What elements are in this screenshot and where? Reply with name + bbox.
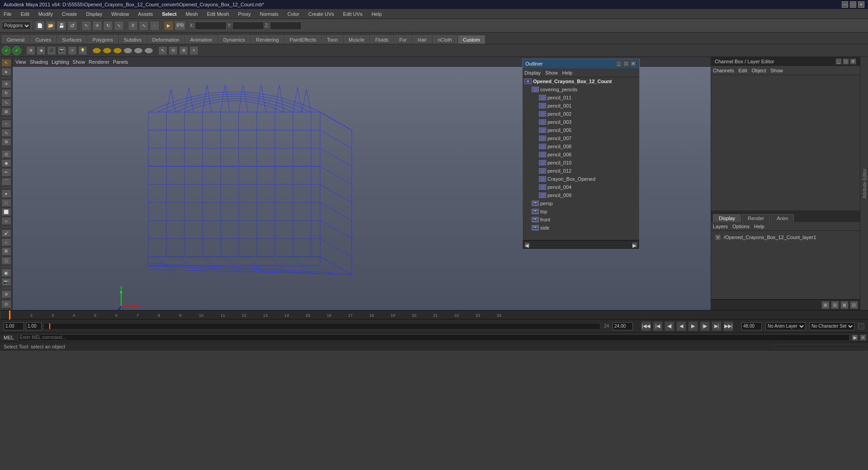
cb-menu-object[interactable]: Object [751,68,766,73]
menu-item-proxy[interactable]: Proxy [236,10,253,18]
outliner-item[interactable]: 📷top [523,207,639,216]
anim-layer-select[interactable]: No Anim Layer [765,322,806,330]
mel-execute-btn[interactable]: ▶ [852,334,858,341]
poly-sphere-btn[interactable]: ● [1,189,11,197]
mode-dropdown[interactable]: Polygons [2,22,31,30]
menu-item-display[interactable]: Display [84,10,104,18]
rp-minimize-btn[interactable]: _ [835,58,842,65]
tab-painteffects[interactable]: PaintEffects [285,35,321,44]
li-btn4[interactable]: ⊡ [850,301,858,309]
char-set-select[interactable]: No Character Set [809,322,854,330]
vp-menu-panels[interactable]: Panels [113,59,128,65]
lower-menu-layers[interactable]: Layers [713,224,728,229]
light-orb2[interactable] [103,47,112,54]
start-frame-input[interactable] [4,322,24,330]
tab-hair[interactable]: Hair [413,35,432,44]
deform-btn[interactable]: ⌂ [1,238,11,246]
menu-item-file[interactable]: File [2,10,14,18]
z-field[interactable] [270,22,302,30]
go-start-btn[interactable]: |◀◀ [641,321,651,331]
prev-frame-btn[interactable]: |◀ [653,321,663,331]
tab-fluids[interactable]: Fluids [370,35,393,44]
ol-minimize-btn[interactable]: _ [616,61,622,67]
ol-scroll-left[interactable]: ◀ [524,242,530,248]
extra-btn[interactable]: ≡ [189,46,198,55]
cam-btn[interactable]: 📷 [57,46,66,55]
mel-input[interactable] [18,334,850,341]
check1-button[interactable]: ✓ [2,46,11,55]
arrow-btn[interactable]: ↖ [158,46,167,55]
rotate-tool[interactable]: ↻ [103,21,113,31]
snap-grid-button[interactable]: # [128,21,138,31]
save-button[interactable]: 💾 [57,21,66,31]
outliner-item[interactable]: ⬡pencil_006 [523,150,639,159]
undo-button[interactable]: ↺ [67,21,77,31]
outliner-item[interactable]: ⬡pencil_008 [523,142,639,150]
menu-item-edit[interactable]: Edit [19,10,31,18]
lower-menu-options[interactable]: Options [732,224,750,229]
x-field[interactable] [195,22,226,30]
li-btn3[interactable]: ⊠ [840,301,849,309]
rp-float-btn[interactable]: □ [843,58,849,65]
pb-extra-btn[interactable] [858,323,864,329]
vp-menu-shading[interactable]: Shading [30,59,48,65]
lower-tab-display[interactable]: Display [713,214,741,222]
outliner-item[interactable]: ▼Opened_Crayons_Box_12_Count [523,77,639,85]
poly-box-btn[interactable]: □ [1,199,11,207]
outliner-item[interactable]: ⬡pencil_003 [523,118,639,126]
outliner-item[interactable]: ⬡pencil_011 [523,94,639,102]
snap-point-button[interactable]: · [150,21,160,31]
camera-btn[interactable]: 📷 [1,278,11,286]
lower-tab-anim[interactable]: Anim [771,214,794,222]
snap-y-btn[interactable]: ⊠ [179,46,188,55]
outliner-item[interactable]: ⬡pencil_012 [523,167,639,175]
outliner-item[interactable]: ⬡pencil_007 [523,134,639,142]
maximize-button[interactable]: □ [850,1,856,8]
end-frame-input[interactable] [613,322,633,330]
tab-rendering[interactable]: Rendering [251,35,284,44]
menu-item-create[interactable]: Create [60,10,79,18]
menu-item-editmesh[interactable]: Edit Mesh [205,10,231,18]
y-field[interactable] [232,22,264,30]
sculpt-btn[interactable]: ∿ [1,129,11,137]
smooth-btn[interactable]: ◉ [37,46,46,55]
light-orb3[interactable] [113,47,122,54]
outliner-item[interactable]: ⬡pencil_005 [523,126,639,134]
light-orb4[interactable] [123,47,132,54]
menu-item-select[interactable]: Select [160,10,178,18]
universal-btn[interactable]: ⊞ [1,108,11,116]
new-scene-button[interactable]: 📄 [35,21,45,31]
bottom-btn2[interactable]: ⊙ [1,300,11,308]
menu-item-normals[interactable]: Normals [258,10,280,18]
render-button[interactable]: ▶ [164,21,174,31]
menu-item-modify[interactable]: Modify [37,10,55,18]
attribute-editor-tab[interactable]: Attribute Editor [860,57,868,310]
mel-history-btn[interactable]: ≡ [860,334,866,341]
tab-deformation[interactable]: Deformation [147,35,184,44]
tab-custom[interactable]: Custom [458,35,485,44]
wireframe-btn[interactable]: ⊞ [26,46,35,55]
select-tool[interactable]: ↖ [81,21,91,31]
cb-menu-show[interactable]: Show [770,68,783,73]
menu-item-window[interactable]: Window [109,10,131,18]
outliner-content[interactable]: ▼Opened_Crayons_Box_12_Count⬡covering_pe… [523,77,639,240]
paint-effects-btn[interactable]: 🖌 [1,229,11,237]
menu-item-color[interactable]: Color [286,10,301,18]
outliner-item[interactable]: ⬡Crayon_Box_Opened [523,175,639,183]
lower-tab-render[interactable]: Render [742,214,770,222]
rotate-btn[interactable]: ↻ [1,89,11,97]
prev-key-btn[interactable]: ◀| [665,321,675,331]
tab-subdivs[interactable]: Subdivs [119,35,146,44]
ol-menu-display[interactable]: Display [524,70,541,75]
light-btn[interactable]: 💡 [78,46,87,55]
snap-curve-button[interactable]: ∿ [139,21,149,31]
soft-mod-btn[interactable]: ~ [1,120,11,128]
menu-item-mesh[interactable]: Mesh [184,10,200,18]
grid-btn[interactable]: # [68,46,77,55]
layer-visibility-btn[interactable]: V [715,234,721,240]
tab-general[interactable]: General [2,35,29,44]
joint-btn[interactable]: ⬡ [1,257,11,265]
minimize-button[interactable]: — [842,1,848,8]
tab-fur[interactable]: Fur [394,35,412,44]
rp-close-btn[interactable]: ✕ [850,58,856,65]
